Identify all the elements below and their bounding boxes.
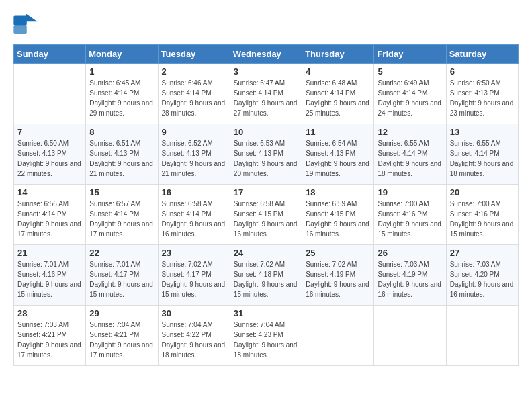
sunrise-label: Sunrise: 7:03 AM [378, 261, 429, 268]
calendar-cell: 14Sunrise: 6:56 AMSunset: 4:14 PMDayligh… [14, 185, 86, 245]
svg-rect-2 [13, 26, 26, 34]
calendar-cell: 15Sunrise: 6:57 AMSunset: 4:14 PMDayligh… [86, 185, 158, 245]
sunrise-label: Sunrise: 7:04 AM [162, 321, 213, 328]
sunset-label: Sunset: 4:22 PM [162, 331, 212, 338]
calendar-week-4: 21Sunrise: 7:01 AMSunset: 4:16 PMDayligh… [14, 245, 519, 306]
weekday-header-thursday: Thursday [302, 45, 374, 64]
day-info: Sunrise: 6:50 AMSunset: 4:13 PMDaylight:… [17, 138, 82, 179]
sunset-label: Sunset: 4:14 PM [234, 89, 283, 97]
daylight-label: Daylight: 9 hours and 16 minutes. [162, 220, 226, 238]
calendar-cell: 25Sunrise: 7:02 AMSunset: 4:19 PMDayligh… [302, 245, 374, 306]
sunrise-label: Sunrise: 6:49 AM [378, 79, 429, 87]
calendar-week-5: 28Sunrise: 7:03 AMSunset: 4:21 PMDayligh… [14, 306, 519, 366]
daylight-label: Daylight: 9 hours and 16 minutes. [306, 281, 369, 298]
sunrise-label: Sunrise: 7:01 AM [89, 261, 140, 268]
sunset-label: Sunset: 4:20 PM [450, 271, 500, 278]
day-info: Sunrise: 6:53 AMSunset: 4:13 PMDaylight:… [234, 138, 298, 179]
logo-icon [13, 13, 38, 34]
daylight-label: Daylight: 9 hours and 15 minutes. [378, 220, 441, 238]
day-number: 16 [162, 187, 226, 197]
daylight-label: Daylight: 9 hours and 16 minutes. [378, 281, 441, 298]
day-info: Sunrise: 7:03 AMSunset: 4:19 PMDaylight:… [378, 259, 442, 300]
sunrise-label: Sunrise: 6:45 AM [89, 79, 140, 87]
sunrise-label: Sunrise: 7:04 AM [89, 321, 140, 328]
calendar-cell: 9Sunrise: 6:52 AMSunset: 4:13 PMDaylight… [158, 124, 230, 185]
daylight-label: Daylight: 9 hours and 17 minutes. [17, 220, 81, 238]
daylight-label: Daylight: 9 hours and 18 minutes. [378, 160, 441, 177]
daylight-label: Daylight: 9 hours and 15 minutes. [162, 281, 226, 298]
daylight-label: Daylight: 9 hours and 25 minutes. [306, 99, 369, 117]
day-info: Sunrise: 7:04 AMSunset: 4:22 PMDaylight:… [162, 320, 226, 360]
day-info: Sunrise: 7:02 AMSunset: 4:18 PMDaylight:… [234, 259, 298, 300]
sunrise-label: Sunrise: 6:51 AM [89, 140, 140, 147]
day-info: Sunrise: 6:50 AMSunset: 4:13 PMDaylight:… [450, 78, 515, 118]
sunrise-label: Sunrise: 6:50 AM [450, 79, 501, 87]
daylight-label: Daylight: 9 hours and 18 minutes. [234, 341, 298, 359]
calendar-cell: 30Sunrise: 7:04 AMSunset: 4:22 PMDayligh… [158, 306, 230, 366]
sunrise-label: Sunrise: 6:54 AM [306, 140, 357, 147]
day-info: Sunrise: 6:45 AMSunset: 4:14 PMDaylight:… [89, 78, 154, 118]
day-number: 27 [450, 248, 515, 258]
day-number: 20 [450, 187, 515, 197]
sunset-label: Sunset: 4:13 PM [17, 150, 67, 157]
sunrise-label: Sunrise: 7:00 AM [450, 200, 501, 208]
day-number: 9 [162, 127, 226, 137]
day-info: Sunrise: 6:46 AMSunset: 4:14 PMDaylight:… [162, 78, 226, 118]
calendar-cell: 31Sunrise: 7:04 AMSunset: 4:23 PMDayligh… [230, 306, 302, 366]
calendar-cell: 26Sunrise: 7:03 AMSunset: 4:19 PMDayligh… [374, 245, 446, 306]
calendar-cell: 2Sunrise: 6:46 AMSunset: 4:14 PMDaylight… [158, 64, 230, 124]
sunrise-label: Sunrise: 7:02 AM [162, 261, 213, 268]
daylight-label: Daylight: 9 hours and 18 minutes. [162, 341, 226, 359]
sunrise-label: Sunrise: 6:47 AM [234, 79, 285, 87]
daylight-label: Daylight: 9 hours and 18 minutes. [450, 160, 514, 177]
calendar-cell: 7Sunrise: 6:50 AMSunset: 4:13 PMDaylight… [14, 124, 86, 185]
daylight-label: Daylight: 9 hours and 28 minutes. [162, 99, 226, 117]
sunrise-label: Sunrise: 6:55 AM [450, 140, 501, 147]
calendar-cell [14, 64, 86, 124]
daylight-label: Daylight: 9 hours and 21 minutes. [162, 160, 226, 177]
day-info: Sunrise: 7:02 AMSunset: 4:17 PMDaylight:… [162, 259, 226, 300]
sunset-label: Sunset: 4:14 PM [17, 210, 67, 218]
daylight-label: Daylight: 9 hours and 21 minutes. [89, 160, 153, 177]
daylight-label: Daylight: 9 hours and 19 minutes. [306, 160, 369, 177]
sunset-label: Sunset: 4:14 PM [378, 89, 427, 97]
day-info: Sunrise: 7:01 AMSunset: 4:16 PMDaylight:… [17, 259, 82, 300]
daylight-label: Daylight: 9 hours and 16 minutes. [234, 220, 298, 238]
day-info: Sunrise: 6:58 AMSunset: 4:14 PMDaylight:… [162, 199, 226, 239]
calendar-cell: 11Sunrise: 6:54 AMSunset: 4:13 PMDayligh… [302, 124, 374, 185]
calendar-cell: 17Sunrise: 6:58 AMSunset: 4:15 PMDayligh… [230, 185, 302, 245]
daylight-label: Daylight: 9 hours and 20 minutes. [234, 160, 298, 177]
sunset-label: Sunset: 4:16 PM [378, 210, 427, 218]
daylight-label: Daylight: 9 hours and 15 minutes. [450, 220, 514, 238]
calendar-cell: 13Sunrise: 6:55 AMSunset: 4:14 PMDayligh… [446, 124, 518, 185]
day-number: 1 [89, 66, 154, 77]
calendar-cell: 27Sunrise: 7:03 AMSunset: 4:20 PMDayligh… [446, 245, 518, 306]
day-number: 29 [89, 308, 154, 318]
day-info: Sunrise: 6:58 AMSunset: 4:15 PMDaylight:… [234, 199, 298, 239]
day-info: Sunrise: 6:49 AMSunset: 4:14 PMDaylight:… [378, 78, 442, 118]
calendar-cell: 5Sunrise: 6:49 AMSunset: 4:14 PMDaylight… [374, 64, 446, 124]
sunrise-label: Sunrise: 7:03 AM [17, 321, 69, 328]
sunset-label: Sunset: 4:16 PM [450, 210, 500, 218]
day-info: Sunrise: 6:54 AMSunset: 4:13 PMDaylight:… [306, 138, 370, 179]
day-info: Sunrise: 7:04 AMSunset: 4:23 PMDaylight:… [234, 320, 298, 360]
day-number: 23 [162, 248, 226, 258]
calendar-cell: 8Sunrise: 6:51 AMSunset: 4:13 PMDaylight… [86, 124, 158, 185]
sunset-label: Sunset: 4:14 PM [162, 89, 212, 97]
day-number: 19 [378, 187, 442, 197]
svg-rect-0 [13, 16, 26, 26]
day-number: 25 [306, 248, 370, 258]
calendar-cell: 1Sunrise: 6:45 AMSunset: 4:14 PMDaylight… [86, 64, 158, 124]
daylight-label: Daylight: 9 hours and 29 minutes. [89, 99, 153, 117]
sunrise-label: Sunrise: 6:55 AM [378, 140, 429, 147]
day-info: Sunrise: 6:59 AMSunset: 4:15 PMDaylight:… [306, 199, 370, 239]
calendar-cell: 19Sunrise: 7:00 AMSunset: 4:16 PMDayligh… [374, 185, 446, 245]
sunset-label: Sunset: 4:14 PM [306, 89, 355, 97]
day-number: 21 [17, 248, 82, 258]
calendar-cell: 20Sunrise: 7:00 AMSunset: 4:16 PMDayligh… [446, 185, 518, 245]
sunset-label: Sunset: 4:16 PM [17, 271, 67, 278]
sunset-label: Sunset: 4:15 PM [234, 210, 283, 218]
day-info: Sunrise: 6:55 AMSunset: 4:14 PMDaylight:… [378, 138, 442, 179]
day-number: 22 [89, 248, 154, 258]
page-header [13, 13, 519, 34]
